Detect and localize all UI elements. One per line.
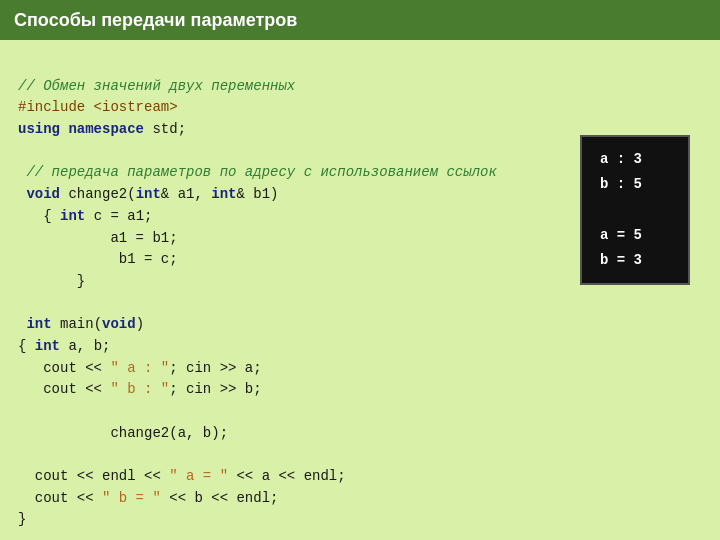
code-line-10: }: [18, 273, 85, 289]
code-line-2: #include <iostream>: [18, 99, 178, 115]
title-bar: Способы передачи параметров: [0, 0, 720, 40]
output-line-1: a : 3: [600, 147, 670, 172]
title-text: Способы передачи параметров: [14, 10, 297, 31]
code-line-5: // передача параметров по адресу с испол…: [18, 164, 497, 180]
code-line-14: cout << " a : "; cin >> a;: [18, 360, 262, 376]
code-line-19: cout << endl << " a = " << a << endl;: [18, 468, 346, 484]
code-line-20: cout << " b = " << b << endl;: [18, 490, 278, 506]
content-area: // Обмен значений двух переменных #inclu…: [0, 40, 720, 540]
code-line-15: cout << " b : "; cin >> b;: [18, 381, 262, 397]
code-line-3: using namespace std;: [18, 121, 186, 137]
code-line-7: { int c = a1;: [18, 208, 152, 224]
code-block: // Обмен значений двух переменных #inclu…: [18, 54, 702, 540]
code-line-12: int main(void): [18, 316, 144, 332]
output-line-3: [600, 197, 670, 222]
output-line-5: b = 3: [600, 248, 670, 273]
output-box: a : 3 b : 5 a = 5 b = 3: [580, 135, 690, 285]
code-line-9: b1 = c;: [18, 251, 178, 267]
code-line-8: a1 = b1;: [18, 230, 178, 246]
code-line-17: change2(a, b);: [18, 425, 228, 441]
output-line-4: a = 5: [600, 223, 670, 248]
code-line-21: }: [18, 511, 26, 527]
code-line-6: void change2(int& a1, int& b1): [18, 186, 279, 202]
output-line-2: b : 5: [600, 172, 670, 197]
code-line-13: { int a, b;: [18, 338, 110, 354]
code-line-1: // Обмен значений двух переменных: [18, 78, 295, 94]
